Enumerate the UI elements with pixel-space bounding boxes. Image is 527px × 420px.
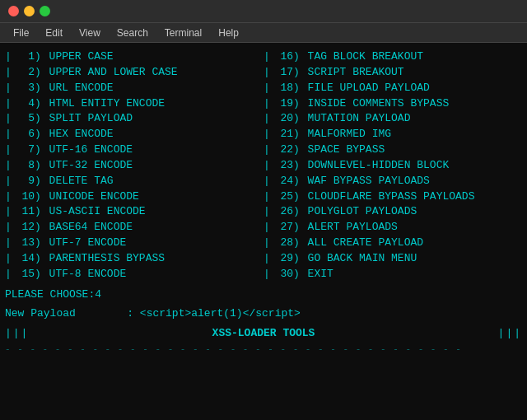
list-item: |4) HTML ENTITY ENCODE xyxy=(5,96,264,112)
list-item: |10) UNICODE ENCODE xyxy=(5,189,264,205)
menubar-item-search[interactable]: Search xyxy=(110,26,155,40)
pipe-icon: | xyxy=(264,220,270,236)
pipe-icon: | xyxy=(264,49,270,65)
list-item: |5) SPLIT PAYLOAD xyxy=(5,111,264,127)
pipe-icon: | xyxy=(5,174,12,189)
footer-pipes-left: ||| xyxy=(5,326,29,342)
pipe-icon: | xyxy=(264,65,270,81)
footer-title: XSS-LOADER TOOLS xyxy=(29,326,497,342)
list-item: |14) PARENTHESIS BYPASS xyxy=(5,251,264,267)
payload-line: New Payload : <script>alert(1)</script> xyxy=(5,306,522,322)
list-item: |21) MALFORMED IMG xyxy=(264,127,522,142)
list-item: |29) GO BACK MAIN MENU xyxy=(264,251,522,267)
pipe-icon: | xyxy=(264,96,270,112)
list-item: |22) SPACE BYPASS xyxy=(264,142,522,158)
list-item: |28) ALL CREATE PAYLOAD xyxy=(264,236,522,251)
list-item: |9) DELETE TAG xyxy=(5,174,264,189)
pipe-icon: | xyxy=(5,127,12,142)
menubar: FileEditViewSearchTerminalHelp xyxy=(0,23,527,43)
menubar-item-edit[interactable]: Edit xyxy=(39,26,69,40)
pipe-icon: | xyxy=(264,236,270,251)
menubar-item-help[interactable]: Help xyxy=(212,26,245,40)
pipe-icon: | xyxy=(5,189,12,205)
pipe-icon: | xyxy=(5,158,12,174)
list-item: |15) UTF-8 ENCODE xyxy=(5,267,264,282)
list-item: |23) DOWNLEVEL-HIDDEN BLOCK xyxy=(264,158,522,174)
pipe-icon: | xyxy=(5,49,12,65)
menubar-item-view[interactable]: View xyxy=(72,26,107,40)
list-item: |7) UTF-16 ENCODE xyxy=(5,142,264,158)
payload-separator: : <script>alert(1)</script> xyxy=(76,307,301,320)
list-item: |20) MUTATION PAYLOAD xyxy=(264,111,522,127)
list-item: |17) SCRIPT BREAKOUT xyxy=(264,65,522,81)
right-column: |16) TAG BLOCK BREAKOUT|17) SCRIPT BREAK… xyxy=(264,49,522,282)
pipe-icon: | xyxy=(264,142,270,158)
pipe-icon: | xyxy=(264,111,270,127)
list-item: |19) INSIDE COMMENTS BYPASS xyxy=(264,96,522,112)
list-item: |27) ALERT PAYLOADS xyxy=(264,220,522,236)
pipe-icon: | xyxy=(5,267,12,282)
pipe-icon: | xyxy=(5,142,12,158)
list-item: |6) HEX ENCODE xyxy=(5,127,264,142)
prompt-line: PLEASE CHOOSE:4 xyxy=(5,287,522,303)
pipe-icon: | xyxy=(264,204,270,220)
pipe-icon: | xyxy=(5,96,12,112)
pipe-icon: | xyxy=(264,127,270,142)
maximize-button[interactable] xyxy=(40,6,50,16)
window-controls xyxy=(8,6,50,16)
list-item: |13) UTF-7 ENCODE xyxy=(5,236,264,251)
pipe-icon: | xyxy=(264,251,270,267)
list-item: |26) POLYGLOT PAYLOADS xyxy=(264,204,522,220)
pipe-icon: | xyxy=(5,81,12,96)
list-item: |8) UTF-32 ENCODE xyxy=(5,158,264,174)
pipe-icon: | xyxy=(5,204,12,220)
list-item: |18) FILE UPLOAD PAYLOAD xyxy=(264,81,522,96)
pipe-icon: | xyxy=(5,251,12,267)
pipe-icon: | xyxy=(5,65,12,81)
list-item: |2) UPPER AND LOWER CASE xyxy=(5,65,264,81)
close-button[interactable] xyxy=(8,6,19,16)
titlebar xyxy=(0,0,527,23)
pipe-icon: | xyxy=(5,111,12,127)
pipe-icon: | xyxy=(5,220,12,236)
minimize-button[interactable] xyxy=(24,6,35,16)
list-item: |1) UPPER CASE xyxy=(5,49,264,65)
payload-label: New Payload xyxy=(5,307,76,320)
pipe-icon: | xyxy=(264,189,270,205)
pipe-icon: | xyxy=(264,174,270,189)
menubar-item-terminal[interactable]: Terminal xyxy=(158,26,208,40)
list-item: |11) US-ASCII ENCODE xyxy=(5,204,264,220)
pipe-icon: | xyxy=(264,81,270,96)
pipe-icon: | xyxy=(5,236,12,251)
list-item: |12) BASE64 ENCODE xyxy=(5,220,264,236)
footer-pipes-right: ||| xyxy=(498,326,522,342)
list-item: |25) CLOUDFLARE BYPASS PAYLOADS xyxy=(264,189,522,205)
list-item: |16) TAG BLOCK BREAKOUT xyxy=(264,49,522,65)
pipe-icon: | xyxy=(264,158,270,174)
footer: ||| XSS-LOADER TOOLS ||| xyxy=(5,326,522,342)
list-item: |30) EXIT xyxy=(264,267,522,282)
terminal-area[interactable]: |1) UPPER CASE|2) UPPER AND LOWER CASE|3… xyxy=(0,43,527,420)
pipe-icon: | xyxy=(264,267,270,282)
footer-divider: - - - - - - - - - - - - - - - - - - - - … xyxy=(5,343,522,357)
list-item: |3) URL ENCODE xyxy=(5,81,264,96)
menubar-item-file[interactable]: File xyxy=(7,26,35,40)
left-column: |1) UPPER CASE|2) UPPER AND LOWER CASE|3… xyxy=(5,49,264,282)
menu-grid: |1) UPPER CASE|2) UPPER AND LOWER CASE|3… xyxy=(5,49,522,282)
list-item: |24) WAF BYPASS PAYLOADS xyxy=(264,174,522,189)
